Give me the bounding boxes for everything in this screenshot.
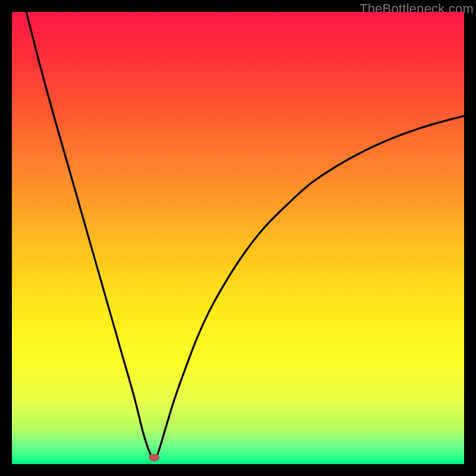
minimum-marker bbox=[149, 454, 159, 461]
chart-container: TheBottleneck.com bbox=[0, 0, 476, 476]
plot-area bbox=[12, 12, 464, 464]
data-curve bbox=[12, 12, 464, 464]
